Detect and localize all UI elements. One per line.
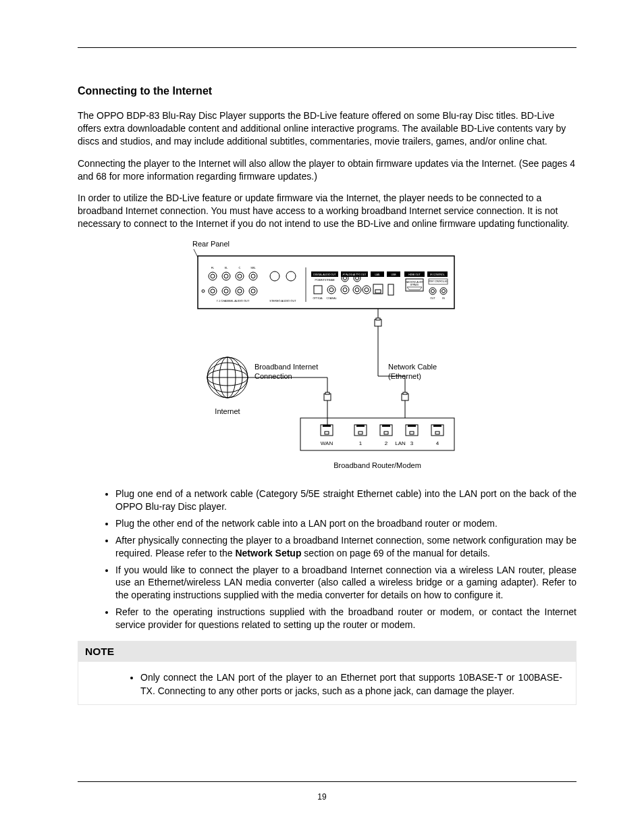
internet-label: Internet [215,407,240,415]
router-label: Broadband Router/Modem [333,461,421,469]
svg-rect-95 [408,425,416,427]
instruction-item: Plug one end of a network cable (Categor… [115,488,576,513]
note-heading: NOTE [78,642,576,662]
intro-paragraph-2: Connecting the player to the Internet wi… [78,157,576,183]
svg-rect-92 [382,425,390,427]
note-body: Only connect the LAN port of the player … [78,662,576,704]
svg-text:C: C [239,266,241,269]
svg-text:USB: USB [391,273,396,276]
diagram-svg: 7.1 CHANNEL AUDIO OUT FL SL C SBL STEREO… [78,249,577,479]
svg-text:7.1 CHANNEL AUDIO OUT: 7.1 CHANNEL AUDIO OUT [217,299,250,303]
top-divider [78,47,576,48]
svg-text:2: 2 [385,440,388,446]
document-page: Connecting to the Internet The OPPO BDP-… [0,0,644,834]
svg-text:HDMI OUT: HDMI OUT [408,273,421,276]
svg-text:PORT CONTROLLED: PORT CONTROLLED [429,280,448,283]
svg-text:COAXIAL: COAXIAL [326,297,336,300]
svg-line-0 [194,249,198,257]
svg-text:SBL: SBL [250,266,256,269]
svg-rect-89 [356,425,365,427]
svg-rect-98 [433,425,441,427]
globe-icon [207,357,248,398]
network-setup-reference: Network Setup [235,548,301,558]
network-cable-label-l1: Network Cable [388,363,437,371]
svg-text:DIGITAL AUDIO OUT: DIGITAL AUDIO OUT [313,273,336,276]
svg-text:PCM/BITSTREAM: PCM/BITSTREAM [315,279,335,282]
svg-rect-81 [325,392,329,394]
svg-text:SL: SL [225,266,229,269]
svg-text:4: 4 [436,440,439,446]
intro-paragraph-3: In order to utilize the BD-Live feature … [78,192,576,230]
instruction-item: If you would like to connect the player … [115,564,576,602]
svg-text:OUT: OUT [430,297,435,300]
svg-text:OPTICAL: OPTICAL [313,297,323,300]
section-title: Connecting to the Internet [78,85,576,97]
instruction-item: After physically connecting the player t… [115,534,576,560]
svg-text:STEREO AUDIO OUT: STEREO AUDIO OUT [269,299,296,303]
broadband-label-l2: Connection [254,372,292,380]
wan-label: WAN [321,440,333,446]
page-number: 19 [0,792,644,802]
instruction-item: Refer to the operating instructions supp… [115,606,576,631]
intro-paragraph-1: The OPPO BDP-83 Blu-Ray Disc Player supp… [78,109,576,148]
svg-text:IN: IN [442,297,445,300]
network-cable-label-l2: (Ethernet) [388,372,421,380]
note-box: NOTE Only connect the LAN port of the pl… [78,641,576,705]
connection-diagram: Rear Panel 7.1 CHANNEL AUDIO OUT FL SL C… [78,240,576,481]
instruction-list: Plug one end of a network cable (Categor… [97,488,576,631]
svg-text:LAN: LAN [395,440,406,446]
svg-text:FL: FL [211,266,215,269]
broadband-label-l1: Broadband Internet [254,363,318,371]
note-item: Only connect the LAN port of the player … [140,671,562,698]
instruction-item: Plug the other end of the network cable … [115,517,576,530]
svg-text:BYPASS: BYPASS [410,284,419,286]
bottom-divider [78,781,576,782]
svg-text:1: 1 [359,440,363,446]
svg-text:LAN: LAN [375,273,380,276]
svg-text:IR CONTROL: IR CONTROL [430,273,445,276]
svg-rect-72 [376,318,380,320]
svg-text:3: 3 [410,440,414,446]
svg-rect-83 [403,392,407,394]
rear-panel-label: Rear Panel [192,240,576,248]
svg-rect-86 [323,425,331,427]
